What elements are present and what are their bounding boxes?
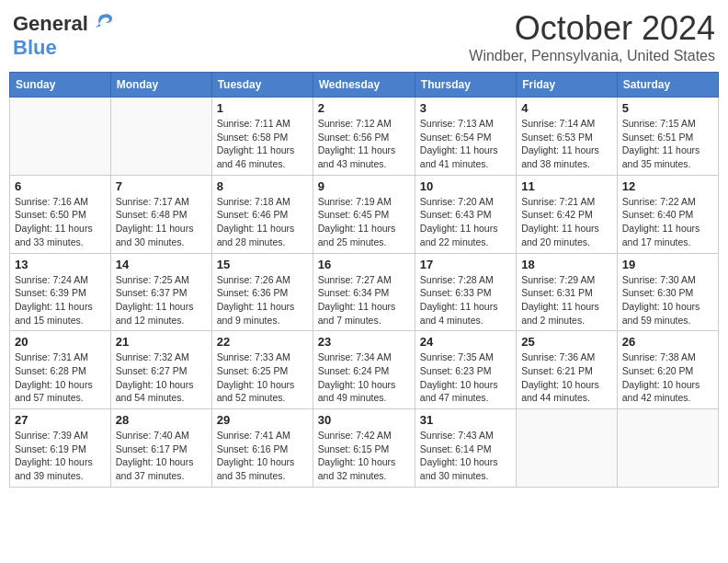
day-number: 2 bbox=[318, 101, 410, 115]
day-number: 18 bbox=[521, 258, 612, 271]
day-number: 8 bbox=[217, 179, 308, 193]
day-info: Sunrise: 7:31 AM Sunset: 6:28 PM Dayligh… bbox=[15, 350, 106, 405]
calendar-table: SundayMondayTuesdayWednesdayThursdayFrid… bbox=[9, 72, 719, 488]
day-info: Sunrise: 7:25 AM Sunset: 6:37 PM Dayligh… bbox=[116, 273, 207, 327]
month-title: October 2024 bbox=[469, 9, 715, 48]
day-info: Sunrise: 7:28 AM Sunset: 6:33 PM Dayligh… bbox=[420, 273, 511, 327]
day-number: 11 bbox=[521, 179, 612, 193]
day-info: Sunrise: 7:29 AM Sunset: 6:31 PM Dayligh… bbox=[521, 273, 612, 327]
bird-icon bbox=[90, 9, 116, 35]
page-header: General Blue October 2024 Windber, Penns… bbox=[9, 9, 719, 64]
day-number: 23 bbox=[318, 335, 410, 349]
calendar-week-row: 1Sunrise: 7:11 AM Sunset: 6:58 PM Daylig… bbox=[10, 98, 719, 176]
calendar-cell: 5Sunrise: 7:15 AM Sunset: 6:51 PM Daylig… bbox=[617, 98, 718, 176]
day-number: 25 bbox=[521, 335, 612, 349]
day-info: Sunrise: 7:16 AM Sunset: 6:50 PM Dayligh… bbox=[15, 195, 106, 249]
col-header-monday: Monday bbox=[110, 73, 211, 98]
calendar-cell: 11Sunrise: 7:21 AM Sunset: 6:42 PM Dayli… bbox=[517, 175, 618, 253]
day-number: 12 bbox=[622, 179, 713, 193]
col-header-friday: Friday bbox=[517, 73, 618, 98]
day-number: 30 bbox=[318, 413, 410, 427]
day-number: 6 bbox=[15, 179, 106, 193]
day-number: 19 bbox=[622, 258, 713, 271]
day-info: Sunrise: 7:36 AM Sunset: 6:21 PM Dayligh… bbox=[521, 350, 612, 405]
day-number: 31 bbox=[420, 413, 511, 427]
day-info: Sunrise: 7:34 AM Sunset: 6:24 PM Dayligh… bbox=[318, 350, 410, 405]
day-number: 15 bbox=[217, 258, 308, 271]
day-info: Sunrise: 7:42 AM Sunset: 6:15 PM Dayligh… bbox=[318, 429, 410, 483]
calendar-cell: 21Sunrise: 7:32 AM Sunset: 6:27 PM Dayli… bbox=[110, 331, 211, 409]
day-info: Sunrise: 7:12 AM Sunset: 6:56 PM Dayligh… bbox=[318, 117, 410, 171]
calendar-week-row: 27Sunrise: 7:39 AM Sunset: 6:19 PM Dayli… bbox=[10, 409, 719, 488]
calendar-cell: 25Sunrise: 7:36 AM Sunset: 6:21 PM Dayli… bbox=[517, 331, 618, 409]
day-number: 16 bbox=[318, 258, 410, 271]
calendar-cell: 29Sunrise: 7:41 AM Sunset: 6:16 PM Dayli… bbox=[211, 409, 313, 488]
day-number: 20 bbox=[15, 335, 106, 349]
day-number: 27 bbox=[15, 413, 106, 427]
calendar-cell: 28Sunrise: 7:40 AM Sunset: 6:17 PM Dayli… bbox=[110, 409, 211, 488]
col-header-sunday: Sunday bbox=[10, 73, 111, 98]
day-info: Sunrise: 7:17 AM Sunset: 6:48 PM Dayligh… bbox=[116, 195, 207, 249]
day-info: Sunrise: 7:26 AM Sunset: 6:36 PM Dayligh… bbox=[217, 273, 308, 327]
calendar-week-row: 6Sunrise: 7:16 AM Sunset: 6:50 PM Daylig… bbox=[10, 175, 719, 253]
calendar-cell: 9Sunrise: 7:19 AM Sunset: 6:45 PM Daylig… bbox=[313, 175, 415, 253]
day-info: Sunrise: 7:13 AM Sunset: 6:54 PM Dayligh… bbox=[420, 117, 511, 171]
calendar-cell bbox=[110, 98, 211, 176]
day-number: 5 bbox=[622, 101, 713, 115]
logo: General Blue bbox=[13, 9, 116, 57]
day-info: Sunrise: 7:27 AM Sunset: 6:34 PM Dayligh… bbox=[318, 273, 410, 327]
calendar-cell: 26Sunrise: 7:38 AM Sunset: 6:20 PM Dayli… bbox=[617, 331, 718, 409]
calendar-cell: 22Sunrise: 7:33 AM Sunset: 6:25 PM Dayli… bbox=[211, 331, 313, 409]
day-number: 1 bbox=[217, 101, 308, 115]
col-header-saturday: Saturday bbox=[617, 73, 718, 98]
day-number: 7 bbox=[116, 179, 207, 193]
calendar-cell: 6Sunrise: 7:16 AM Sunset: 6:50 PM Daylig… bbox=[10, 175, 111, 253]
day-number: 22 bbox=[217, 335, 308, 349]
day-number: 28 bbox=[116, 413, 207, 427]
calendar-cell: 10Sunrise: 7:20 AM Sunset: 6:43 PM Dayli… bbox=[415, 175, 516, 253]
day-number: 21 bbox=[116, 335, 207, 349]
day-info: Sunrise: 7:18 AM Sunset: 6:46 PM Dayligh… bbox=[217, 195, 308, 249]
calendar-cell: 18Sunrise: 7:29 AM Sunset: 6:31 PM Dayli… bbox=[517, 253, 618, 331]
day-number: 4 bbox=[521, 101, 612, 115]
day-info: Sunrise: 7:41 AM Sunset: 6:16 PM Dayligh… bbox=[217, 429, 308, 483]
calendar-cell: 7Sunrise: 7:17 AM Sunset: 6:48 PM Daylig… bbox=[110, 175, 211, 253]
day-info: Sunrise: 7:43 AM Sunset: 6:14 PM Dayligh… bbox=[420, 429, 511, 483]
calendar-cell: 3Sunrise: 7:13 AM Sunset: 6:54 PM Daylig… bbox=[415, 98, 516, 176]
calendar-cell: 23Sunrise: 7:34 AM Sunset: 6:24 PM Dayli… bbox=[313, 331, 415, 409]
day-info: Sunrise: 7:14 AM Sunset: 6:53 PM Dayligh… bbox=[521, 117, 612, 171]
day-info: Sunrise: 7:21 AM Sunset: 6:42 PM Dayligh… bbox=[521, 195, 612, 249]
day-number: 10 bbox=[420, 179, 511, 193]
calendar-cell: 31Sunrise: 7:43 AM Sunset: 6:14 PM Dayli… bbox=[415, 409, 516, 488]
day-info: Sunrise: 7:40 AM Sunset: 6:17 PM Dayligh… bbox=[116, 429, 207, 483]
day-info: Sunrise: 7:39 AM Sunset: 6:19 PM Dayligh… bbox=[15, 429, 106, 483]
calendar-cell bbox=[517, 409, 618, 488]
day-info: Sunrise: 7:35 AM Sunset: 6:23 PM Dayligh… bbox=[420, 350, 511, 405]
day-info: Sunrise: 7:38 AM Sunset: 6:20 PM Dayligh… bbox=[622, 350, 713, 405]
calendar-cell bbox=[617, 409, 718, 488]
calendar-cell: 27Sunrise: 7:39 AM Sunset: 6:19 PM Dayli… bbox=[10, 409, 111, 488]
col-header-thursday: Thursday bbox=[415, 73, 516, 98]
calendar-cell: 14Sunrise: 7:25 AM Sunset: 6:37 PM Dayli… bbox=[110, 253, 211, 331]
day-number: 17 bbox=[420, 258, 511, 271]
day-info: Sunrise: 7:33 AM Sunset: 6:25 PM Dayligh… bbox=[217, 350, 308, 405]
col-header-tuesday: Tuesday bbox=[211, 73, 313, 98]
col-header-wednesday: Wednesday bbox=[313, 73, 415, 98]
day-info: Sunrise: 7:22 AM Sunset: 6:40 PM Dayligh… bbox=[622, 195, 713, 249]
day-info: Sunrise: 7:24 AM Sunset: 6:39 PM Dayligh… bbox=[15, 273, 106, 327]
calendar-week-row: 13Sunrise: 7:24 AM Sunset: 6:39 PM Dayli… bbox=[10, 253, 719, 331]
title-block: October 2024 Windber, Pennsylvania, Unit… bbox=[469, 9, 715, 64]
day-number: 26 bbox=[622, 335, 713, 349]
calendar-cell bbox=[10, 98, 111, 176]
calendar-week-row: 20Sunrise: 7:31 AM Sunset: 6:28 PM Dayli… bbox=[10, 331, 719, 409]
day-info: Sunrise: 7:30 AM Sunset: 6:30 PM Dayligh… bbox=[622, 273, 713, 327]
location-title: Windber, Pennsylvania, United States bbox=[469, 48, 715, 64]
calendar-cell: 17Sunrise: 7:28 AM Sunset: 6:33 PM Dayli… bbox=[415, 253, 516, 331]
calendar-cell: 4Sunrise: 7:14 AM Sunset: 6:53 PM Daylig… bbox=[517, 98, 618, 176]
calendar-cell: 20Sunrise: 7:31 AM Sunset: 6:28 PM Dayli… bbox=[10, 331, 111, 409]
logo-blue: Blue bbox=[13, 39, 57, 57]
calendar-header-row: SundayMondayTuesdayWednesdayThursdayFrid… bbox=[10, 73, 719, 98]
calendar-cell: 2Sunrise: 7:12 AM Sunset: 6:56 PM Daylig… bbox=[313, 98, 415, 176]
calendar-cell: 13Sunrise: 7:24 AM Sunset: 6:39 PM Dayli… bbox=[10, 253, 111, 331]
calendar-cell: 16Sunrise: 7:27 AM Sunset: 6:34 PM Dayli… bbox=[313, 253, 415, 331]
